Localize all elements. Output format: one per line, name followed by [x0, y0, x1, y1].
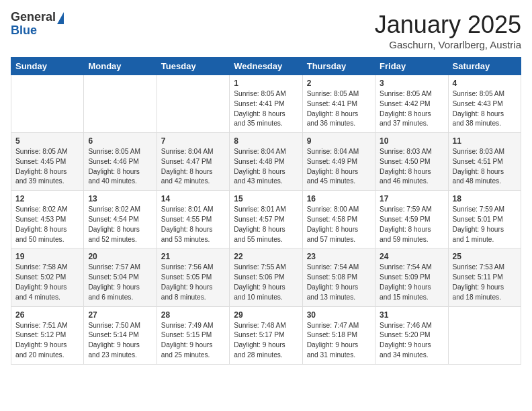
day-info-text: Sunset: 4:46 PM — [88, 157, 152, 167]
day-info-text: Sunrise: 7:54 AM — [307, 263, 371, 273]
day-number: 12 — [15, 194, 79, 203]
logo-general: General — [11, 10, 56, 24]
day-number: 15 — [234, 194, 298, 203]
calendar-week-row: 12Sunrise: 8:02 AMSunset: 4:53 PMDayligh… — [11, 191, 521, 248]
day-number: 27 — [88, 310, 152, 320]
day-info-text: Sunrise: 8:05 AM — [15, 147, 79, 157]
day-number: 19 — [15, 252, 79, 261]
calendar-cell: 10Sunrise: 8:03 AMSunset: 4:50 PMDayligh… — [375, 133, 448, 191]
calendar-table: SundayMondayTuesdayWednesdayThursdayFrid… — [11, 57, 521, 365]
day-info-text: Sunrise: 8:01 AM — [161, 205, 225, 215]
day-number: 26 — [15, 310, 79, 320]
day-info-text: Sunset: 5:20 PM — [380, 330, 443, 340]
day-info-text: Sunset: 5:02 PM — [15, 273, 79, 283]
calendar-week-row: 1Sunrise: 8:05 AMSunset: 4:41 PMDaylight… — [11, 75, 521, 133]
weekday-header-saturday: Saturday — [448, 58, 521, 75]
day-info-text: Sunrise: 7:57 AM — [88, 263, 152, 273]
day-info-text: Sunset: 5:08 PM — [307, 273, 371, 283]
day-number: 23 — [307, 252, 371, 261]
day-number: 8 — [234, 136, 298, 146]
calendar-cell: 22Sunrise: 7:55 AMSunset: 5:06 PMDayligh… — [230, 248, 302, 306]
day-number: 17 — [380, 194, 443, 203]
day-info-text: Sunrise: 7:46 AM — [380, 321, 443, 331]
calendar-cell: 4Sunrise: 8:05 AMSunset: 4:43 PMDaylight… — [448, 75, 521, 133]
calendar-cell: 11Sunrise: 8:03 AMSunset: 4:51 PMDayligh… — [448, 133, 521, 191]
day-info-text: Daylight: 8 hours and 57 minutes. — [307, 225, 371, 245]
day-number: 2 — [307, 79, 371, 88]
day-info-text: Sunset: 5:12 PM — [15, 330, 79, 340]
calendar-cell: 25Sunrise: 7:53 AMSunset: 5:11 PMDayligh… — [448, 248, 521, 306]
day-info-text: Sunrise: 8:03 AM — [380, 147, 443, 157]
day-info-text: Sunrise: 8:04 AM — [234, 147, 298, 157]
day-info-text: Sunrise: 7:53 AM — [453, 263, 517, 273]
day-info-text: Sunrise: 7:49 AM — [161, 321, 225, 331]
day-info-text: Daylight: 8 hours and 46 minutes. — [380, 167, 443, 187]
day-info-text: Daylight: 8 hours and 35 minutes. — [234, 109, 298, 130]
day-info-text: Daylight: 9 hours and 6 minutes. — [88, 283, 152, 303]
day-number: 18 — [453, 194, 517, 203]
calendar-cell — [84, 75, 157, 133]
day-number: 5 — [15, 136, 79, 146]
day-info-text: Sunrise: 7:56 AM — [161, 263, 225, 273]
day-info-text: Daylight: 8 hours and 39 minutes. — [15, 167, 79, 187]
day-info-text: Daylight: 8 hours and 52 minutes. — [88, 225, 152, 245]
calendar-cell — [157, 75, 229, 133]
day-info-text: Daylight: 8 hours and 37 minutes. — [380, 109, 443, 130]
day-info-text: Daylight: 8 hours and 59 minutes. — [380, 225, 443, 245]
day-info-text: Daylight: 9 hours and 25 minutes. — [161, 340, 225, 361]
day-info-text: Sunrise: 7:55 AM — [234, 263, 298, 273]
calendar-week-row: 26Sunrise: 7:51 AMSunset: 5:12 PMDayligh… — [11, 306, 521, 364]
day-info-text: Daylight: 9 hours and 8 minutes. — [161, 283, 225, 303]
weekday-header-thursday: Thursday — [302, 58, 375, 75]
day-info-text: Sunrise: 7:59 AM — [380, 205, 443, 215]
day-info-text: Sunrise: 8:02 AM — [88, 205, 152, 215]
title-block: January 2025 Gaschurn, Vorarlberg, Austr… — [375, 11, 521, 50]
day-info-text: Sunrise: 7:58 AM — [15, 263, 79, 273]
calendar-cell: 27Sunrise: 7:50 AMSunset: 5:14 PMDayligh… — [84, 306, 157, 364]
day-info-text: Daylight: 9 hours and 10 minutes. — [234, 283, 298, 303]
day-info-text: Sunrise: 8:05 AM — [88, 147, 152, 157]
calendar-cell: 26Sunrise: 7:51 AMSunset: 5:12 PMDayligh… — [11, 306, 84, 364]
calendar-cell: 7Sunrise: 8:04 AMSunset: 4:47 PMDaylight… — [157, 133, 229, 191]
day-info-text: Sunrise: 8:05 AM — [307, 89, 371, 99]
day-info-text: Sunrise: 8:04 AM — [161, 147, 225, 157]
day-info-text: Sunrise: 8:02 AM — [15, 205, 79, 215]
day-info-text: Sunrise: 8:05 AM — [234, 89, 298, 99]
day-number: 25 — [453, 252, 517, 261]
day-info-text: Daylight: 8 hours and 55 minutes. — [234, 225, 298, 245]
calendar-cell: 21Sunrise: 7:56 AMSunset: 5:05 PMDayligh… — [157, 248, 229, 306]
calendar-week-row: 19Sunrise: 7:58 AMSunset: 5:02 PMDayligh… — [11, 248, 521, 306]
day-number: 29 — [234, 310, 298, 320]
day-info-text: Sunset: 4:42 PM — [380, 99, 443, 109]
calendar-cell: 17Sunrise: 7:59 AMSunset: 4:59 PMDayligh… — [375, 191, 448, 248]
logo-blue: Blue — [11, 24, 37, 37]
calendar-cell: 13Sunrise: 8:02 AMSunset: 4:54 PMDayligh… — [84, 191, 157, 248]
month-title: January 2025 — [375, 11, 521, 39]
day-info-text: Daylight: 8 hours and 40 minutes. — [88, 167, 152, 187]
day-info-text: Daylight: 9 hours and 1 minute. — [453, 225, 517, 245]
day-number: 30 — [307, 310, 371, 320]
calendar-cell: 31Sunrise: 7:46 AMSunset: 5:20 PMDayligh… — [375, 306, 448, 364]
day-info-text: Sunset: 5:18 PM — [307, 330, 371, 340]
day-info-text: Sunset: 5:17 PM — [234, 330, 298, 340]
day-number: 28 — [161, 310, 225, 320]
day-info-text: Sunrise: 7:47 AM — [307, 321, 371, 331]
day-info-text: Daylight: 9 hours and 18 minutes. — [453, 283, 517, 303]
calendar-cell: 15Sunrise: 8:01 AMSunset: 4:57 PMDayligh… — [230, 191, 302, 248]
day-info-text: Daylight: 9 hours and 28 minutes. — [234, 340, 298, 361]
day-info-text: Daylight: 8 hours and 42 minutes. — [161, 167, 225, 187]
day-info-text: Daylight: 8 hours and 53 minutes. — [161, 225, 225, 245]
day-info-text: Sunrise: 8:04 AM — [307, 147, 371, 157]
day-info-text: Sunrise: 7:48 AM — [234, 321, 298, 331]
day-info-text: Sunrise: 8:05 AM — [380, 89, 443, 99]
day-number: 1 — [234, 79, 298, 88]
day-info-text: Sunset: 4:53 PM — [15, 215, 79, 225]
day-info-text: Sunset: 4:54 PM — [88, 215, 152, 225]
calendar-cell — [11, 75, 84, 133]
page-header: General Blue January 2025 Gaschurn, Vora… — [11, 11, 521, 50]
day-info-text: Sunrise: 7:54 AM — [380, 263, 443, 273]
day-number: 13 — [88, 194, 152, 203]
day-info-text: Sunset: 4:41 PM — [234, 99, 298, 109]
day-info-text: Sunset: 4:55 PM — [161, 215, 225, 225]
day-number: 7 — [161, 136, 225, 146]
